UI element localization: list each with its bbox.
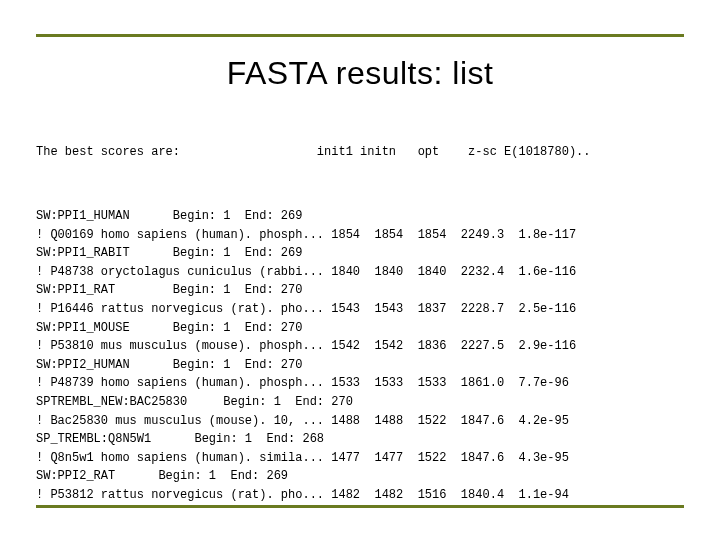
entry-data-line: ! P16446 rattus norvegicus (rat). pho...… bbox=[36, 300, 684, 319]
top-rule bbox=[36, 34, 684, 37]
entry-data-line: ! P53810 mus musculus (mouse). phosph...… bbox=[36, 337, 684, 356]
entry-seq-line: SW:PPI1_RABIT Begin: 1 End: 269 bbox=[36, 244, 684, 263]
entry-seq-line: SW:PPI1_MOUSE Begin: 1 End: 270 bbox=[36, 319, 684, 338]
entry-seq-line: SW:PPI2_HUMAN Begin: 1 End: 270 bbox=[36, 356, 684, 375]
entry-data-line: ! Q8n5w1 homo sapiens (human). simila...… bbox=[36, 449, 684, 468]
slide-container: FASTA results: list The best scores are:… bbox=[0, 0, 720, 540]
entry-seq-line: SPTREMBL_NEW:BAC25830 Begin: 1 End: 270 bbox=[36, 393, 684, 412]
entry-seq-line: SW:PPI1_RAT Begin: 1 End: 270 bbox=[36, 281, 684, 300]
entry-seq-line: SW:PPI1_HUMAN Begin: 1 End: 269 bbox=[36, 207, 684, 226]
scores-header: The best scores are: init1 initn opt z-s… bbox=[36, 143, 684, 162]
entry-seq-line: SP_TREMBL:Q8N5W1 Begin: 1 End: 268 bbox=[36, 430, 684, 449]
entry-data-line: ! P48739 homo sapiens (human). phosph...… bbox=[36, 374, 684, 393]
entry-data-line: ! P53812 rattus norvegicus (rat). pho...… bbox=[36, 486, 684, 505]
entry-data-line: ! Q00169 homo sapiens (human). phosph...… bbox=[36, 226, 684, 245]
results-block: The best scores are: init1 initn opt z-s… bbox=[36, 106, 684, 540]
entry-seq-line: SW:PPI2_RAT Begin: 1 End: 269 bbox=[36, 467, 684, 486]
entry-data-line: ! Bac25830 mus musculus (mouse). 10, ...… bbox=[36, 412, 684, 431]
entries-list: SW:PPI1_HUMAN Begin: 1 End: 269! Q00169 … bbox=[36, 207, 684, 505]
bottom-rule bbox=[36, 505, 684, 508]
slide-title: FASTA results: list bbox=[36, 55, 684, 92]
entry-data-line: ! P48738 oryctolagus cuniculus (rabbi...… bbox=[36, 263, 684, 282]
